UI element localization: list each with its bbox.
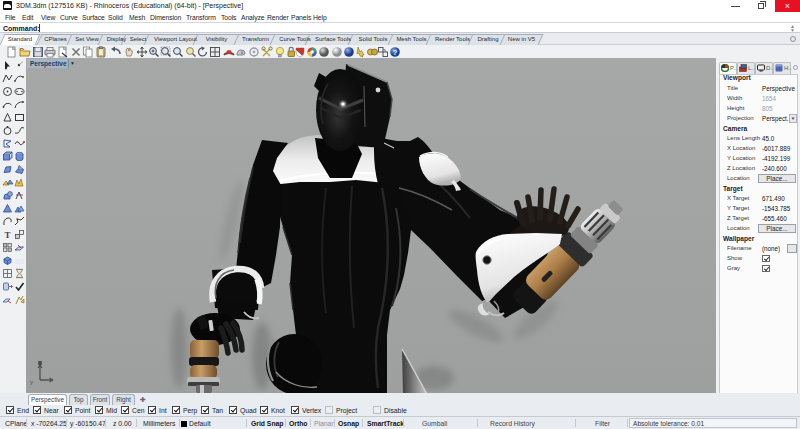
svg-text:T: T bbox=[4, 230, 10, 240]
svg-text:?: ? bbox=[393, 48, 398, 57]
svg-text:y: y bbox=[30, 379, 33, 385]
svg-text:88: 88 bbox=[15, 257, 24, 266]
